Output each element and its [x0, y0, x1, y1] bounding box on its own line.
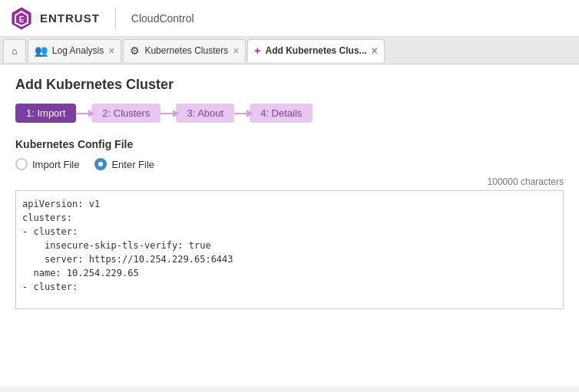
wizard-step-4[interactable]: 4: Details — [250, 104, 313, 123]
step-clusters-box[interactable]: 2: Clusters — [91, 104, 160, 123]
main-content: Add Kubernetes Cluster 1: Import 2: Clus… — [0, 64, 579, 387]
entrust-logo-icon: E — [9, 6, 34, 31]
add-kubernetes-icon: + — [254, 44, 260, 57]
radio-group: Import File Enter File — [15, 158, 564, 170]
config-file-section-header: Kubernetes Config File — [15, 138, 564, 150]
kubernetes-clusters-icon: ⚙ — [130, 44, 140, 57]
wizard-steps: 1: Import 2: Clusters 3: About 4: Detail… — [15, 104, 564, 123]
logo-text: ENTRUST — [40, 12, 100, 25]
step-arrow-3 — [234, 113, 250, 114]
tab-home[interactable]: ⌂ — [3, 39, 26, 62]
step-details-box[interactable]: 4: Details — [250, 104, 313, 123]
log-analysis-icon: 👥 — [35, 44, 48, 57]
wizard-step-1[interactable]: 1: Import — [15, 104, 76, 123]
step-about-box[interactable]: 3: About — [176, 104, 234, 123]
tab-log-analysis-close[interactable]: × — [108, 45, 114, 56]
radio-import-label: Import File — [32, 159, 79, 170]
radio-enter-label: Enter File — [111, 159, 154, 170]
radio-import-file[interactable]: Import File — [15, 158, 79, 170]
svg-text:E: E — [19, 15, 25, 24]
config-textarea[interactable]: apiVersion: v1 clusters: - cluster: inse… — [15, 190, 564, 309]
tab-kubernetes-clusters-close[interactable]: × — [233, 45, 239, 56]
tab-log-analysis[interactable]: 👥 Log Analysis × — [28, 39, 122, 62]
wizard-step-3[interactable]: 3: About — [176, 104, 234, 123]
header-divider — [115, 8, 116, 29]
app-title: CloudControl — [131, 12, 194, 25]
step-import-box[interactable]: 1: Import — [15, 104, 76, 123]
char-count: 100000 characters — [15, 176, 564, 187]
tab-kubernetes-clusters-label: Kubernetes Clusters — [144, 45, 228, 56]
tab-add-kubernetes[interactable]: + Add Kubernetes Clus... × — [247, 39, 384, 62]
radio-import-circle[interactable] — [15, 158, 28, 170]
radio-enter-file[interactable]: Enter File — [94, 158, 154, 170]
wizard-step-2[interactable]: 2: Clusters — [91, 104, 160, 123]
page-title: Add Kubernetes Cluster — [15, 77, 564, 93]
step-arrow-1 — [76, 113, 91, 114]
app-header: E ENTRUST CloudControl — [0, 0, 579, 37]
home-icon: ⌂ — [12, 45, 18, 57]
step-arrow-2 — [160, 113, 176, 114]
tab-add-kubernetes-label: Add Kubernetes Clus... — [266, 45, 367, 56]
radio-enter-circle[interactable] — [94, 158, 107, 170]
tab-add-kubernetes-close[interactable]: × — [372, 45, 378, 56]
tab-kubernetes-clusters[interactable]: ⚙ Kubernetes Clusters × — [123, 39, 246, 62]
logo-area: E ENTRUST CloudControl — [9, 6, 194, 31]
tab-log-analysis-label: Log Analysis — [52, 45, 104, 56]
tab-bar: ⌂ 👥 Log Analysis × ⚙ Kubernetes Clusters… — [0, 37, 579, 64]
